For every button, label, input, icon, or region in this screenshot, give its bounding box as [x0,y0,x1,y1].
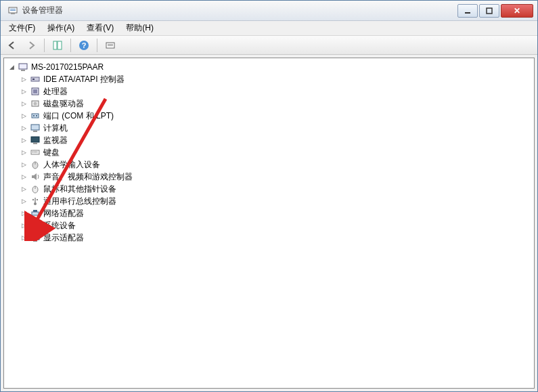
tree-item-computer[interactable]: ▷计算机 [5,122,533,134]
device-tree-panel: ◢ MS-20170215PAAR ▷IDE ATA/ATAPI 控制器▷处理器… [3,58,535,389]
svg-point-20 [34,102,37,106]
tree-item-label: 计算机 [43,123,68,134]
tree-item-display[interactable]: ▷显示适配器 [5,232,533,244]
svg-rect-16 [32,79,35,80]
svg-rect-46 [33,240,37,242]
tree-item-label: 鼠标和其他指针设备 [43,183,116,195]
tree-item-network[interactable]: ▷网络适配器 [5,207,533,219]
menu-help[interactable]: 帮助(H) [120,21,159,35]
svg-rect-45 [31,234,39,240]
svg-rect-25 [33,131,37,132]
svg-rect-12 [108,45,113,46]
svg-rect-29 [32,152,33,152]
scan-hardware-button[interactable] [103,38,118,53]
svg-rect-26 [31,137,39,142]
mouse-icon [30,183,41,194]
tree-item-sound[interactable]: ▷声音、视频和游戏控制器 [5,171,533,183]
tree-item-label: 磁盘驱动器 [43,98,84,110]
keyboard-icon [30,147,41,158]
device-manager-window: 设备管理器 ✕ 文件(F) 操作(A) 查看(V) 帮助(H) [0,0,538,392]
tree-item-label: 系统设备 [43,220,76,232]
tree-item-ports[interactable]: ▷端口 (COM 和 LPT) [5,110,533,122]
expander-icon[interactable]: ▷ [20,88,28,95]
expander-icon[interactable]: ▷ [20,100,28,108]
svg-rect-3 [11,13,15,14]
tree-item-label: 显示适配器 [43,232,84,244]
svg-rect-6 [53,41,57,49]
svg-rect-14 [21,70,25,71]
minimize-button[interactable] [457,4,478,18]
tree-item-mouse[interactable]: ▷鼠标和其他指针设备 [5,183,533,195]
tree-item-monitor[interactable]: ▷监视器 [5,134,533,146]
tree-item-cpu[interactable]: ▷处理器 [5,85,533,97]
tree-item-system[interactable]: ▷系统设备 [5,219,533,232]
network-icon [30,208,41,219]
show-hide-tree-button[interactable] [50,38,65,53]
window-title: 设备管理器 [22,5,457,16]
menu-file[interactable]: 文件(F) [3,21,41,35]
expander-icon[interactable]: ▷ [20,198,28,205]
cpu-icon [30,86,41,97]
maximize-button[interactable] [479,4,499,18]
tree-item-keyboard[interactable]: ▷键盘 [5,146,533,158]
svg-rect-11 [108,44,113,45]
sound-icon [30,171,41,182]
expander-icon[interactable]: ▷ [20,76,28,83]
svg-rect-5 [487,8,492,14]
usb-icon [30,196,41,206]
svg-rect-1 [10,9,16,9]
tree-item-label: 通用串行总线控制器 [43,196,116,207]
expander-icon[interactable]: ▷ [20,234,28,242]
svg-rect-15 [31,77,39,81]
toolbar-separator [97,39,97,52]
svg-rect-13 [19,64,27,69]
menu-view[interactable]: 查看(V) [81,21,119,35]
expander-icon[interactable]: ▷ [20,186,28,193]
toolbar-separator [44,39,45,52]
svg-point-22 [33,115,35,116]
expander-icon[interactable]: ◢ [8,64,16,71]
close-button[interactable]: ✕ [501,4,533,18]
tree-item-disk[interactable]: ▷磁盘驱动器 [5,97,533,110]
toolbar: ? [1,36,537,55]
svg-rect-32 [37,152,37,152]
tree-item-label: IDE ATA/ATAPI 控制器 [43,74,125,85]
svg-text:?: ? [82,41,87,49]
tree-root-label: MS-20170215PAAR [31,62,104,72]
expander-icon[interactable]: ▷ [20,222,28,230]
app-icon [7,5,18,16]
ide-icon [30,74,41,85]
tree-item-hid[interactable]: ▷人体学输入设备 [5,158,533,171]
back-button[interactable] [5,38,20,53]
tree-item-usb[interactable]: ▷通用串行总线控制器 [5,195,533,207]
svg-rect-31 [35,152,36,152]
svg-point-44 [34,224,37,227]
expander-icon[interactable]: ▷ [20,210,28,217]
svg-rect-27 [33,143,37,144]
svg-rect-4 [465,12,470,14]
tree-item-label: 监视器 [43,135,68,146]
expander-icon[interactable]: ▷ [20,149,28,156]
expander-icon[interactable]: ▷ [20,125,28,132]
menubar: 文件(F) 操作(A) 查看(V) 帮助(H) [1,21,537,36]
window-controls: ✕ [457,4,533,18]
svg-rect-7 [58,41,62,49]
menu-action[interactable]: 操作(A) [42,21,80,35]
display-icon [30,232,41,243]
expander-icon[interactable]: ▷ [20,112,28,120]
svg-rect-24 [31,125,39,130]
svg-rect-18 [33,89,37,93]
expander-icon[interactable]: ▷ [20,173,28,181]
tree-item-label: 处理器 [43,86,68,97]
expander-icon[interactable]: ▷ [20,137,28,144]
forward-button[interactable] [24,38,39,53]
tree-item-label: 网络适配器 [43,208,84,219]
tree-item-ide[interactable]: ▷IDE ATA/ATAPI 控制器 [5,73,533,85]
help-button[interactable]: ? [76,38,91,53]
svg-rect-42 [33,210,37,212]
tree-root[interactable]: ◢ MS-20170215PAAR [5,61,533,73]
tree-item-label: 人体学输入设备 [43,159,100,171]
ports-icon [30,110,41,121]
svg-rect-40 [37,199,38,200]
expander-icon[interactable]: ▷ [20,161,28,169]
